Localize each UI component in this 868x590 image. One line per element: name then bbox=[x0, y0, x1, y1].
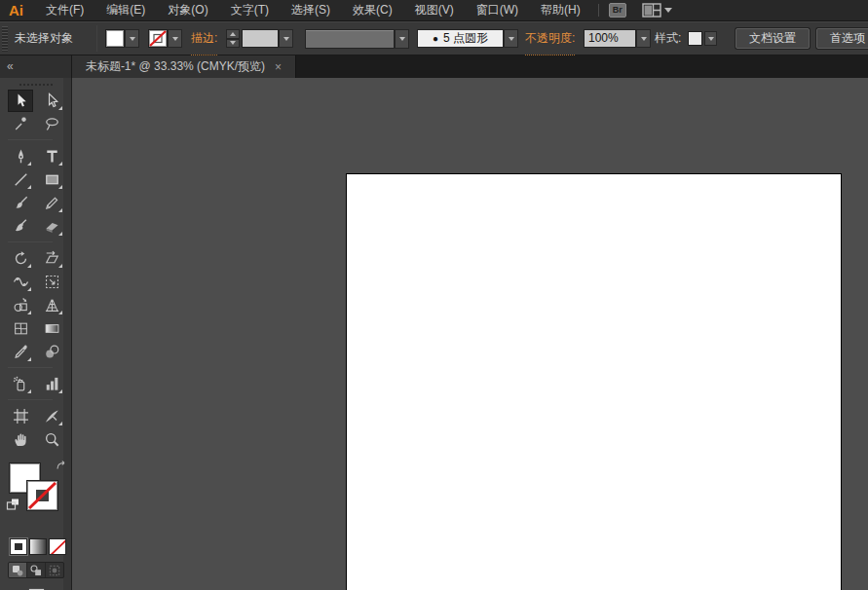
none-slash-icon bbox=[50, 539, 66, 555]
selection-tool[interactable] bbox=[8, 90, 33, 112]
column-graph-tool[interactable] bbox=[39, 373, 64, 395]
tool-divider bbox=[8, 367, 53, 368]
blend-tool[interactable] bbox=[39, 341, 64, 363]
lasso-tool[interactable] bbox=[39, 113, 64, 135]
panel-grip[interactable] bbox=[2, 26, 8, 52]
slice-tool[interactable] bbox=[39, 405, 64, 427]
free-transform-tool[interactable] bbox=[39, 271, 64, 293]
pen-icon bbox=[13, 148, 29, 165]
chevron-down-icon bbox=[641, 37, 647, 41]
opacity-input[interactable]: 100% bbox=[584, 29, 636, 48]
rectangle-tool[interactable] bbox=[39, 168, 64, 191]
menu-window[interactable]: 窗口(W) bbox=[470, 0, 525, 21]
stroke-panel-link[interactable]: 描边: bbox=[191, 22, 217, 55]
shape-builder-tool[interactable] bbox=[8, 294, 33, 316]
drawing-mode-row bbox=[8, 562, 64, 578]
stepper-up-icon[interactable] bbox=[226, 29, 240, 39]
chevron-down-icon bbox=[130, 37, 135, 41]
magic-wand-tool[interactable] bbox=[8, 113, 33, 135]
draw-inside-button[interactable] bbox=[46, 563, 63, 577]
document-tab[interactable]: 未标题-1* @ 33.33% (CMYK/预览) × bbox=[72, 55, 296, 78]
direct-selection-tool[interactable] bbox=[39, 90, 64, 112]
menu-select[interactable]: 选择(S) bbox=[284, 0, 337, 21]
tool-divider bbox=[8, 241, 53, 242]
canvas-area[interactable] bbox=[73, 78, 868, 590]
chevron-down-icon bbox=[509, 37, 514, 41]
swap-fill-stroke-icon[interactable] bbox=[55, 459, 68, 470]
shape-builder-icon bbox=[13, 297, 29, 313]
perspective-grid-tool[interactable] bbox=[39, 294, 64, 316]
stroke-weight-stepper[interactable] bbox=[226, 29, 240, 48]
brush-definition-field[interactable]: ● 5 点圆形 bbox=[417, 29, 504, 48]
scale-tool[interactable] bbox=[39, 247, 64, 270]
scale-icon bbox=[44, 250, 60, 267]
opacity-panel-link[interactable]: 不透明度: bbox=[525, 22, 575, 55]
workspace-switcher[interactable] bbox=[642, 3, 672, 18]
eraser-tool[interactable] bbox=[39, 215, 64, 238]
direct-selection-tool-icon bbox=[44, 92, 60, 109]
paintbrush-tool[interactable] bbox=[8, 192, 33, 214]
type-tool[interactable] bbox=[39, 145, 64, 167]
blob-brush-tool[interactable] bbox=[8, 215, 33, 238]
close-icon[interactable]: × bbox=[275, 61, 282, 73]
menu-bar: Ai 文件(F) 编辑(E) 对象(O) 文字(T) 选择(S) 效果(C) 视… bbox=[0, 0, 868, 21]
fill-color-swatch[interactable] bbox=[105, 29, 125, 48]
menu-view[interactable]: 视图(V) bbox=[408, 0, 461, 21]
color-button[interactable] bbox=[10, 538, 27, 555]
stroke-color-dropdown[interactable] bbox=[168, 29, 182, 48]
none-slash-icon bbox=[28, 482, 57, 509]
symbol-sprayer-tool[interactable] bbox=[8, 373, 33, 395]
menu-object[interactable]: 对象(O) bbox=[161, 0, 214, 21]
style-dropdown[interactable] bbox=[704, 31, 717, 46]
rotate-tool[interactable] bbox=[8, 247, 33, 270]
stroke-weight-dropdown[interactable] bbox=[279, 29, 293, 48]
rotate-icon bbox=[13, 250, 29, 267]
stepper-down-icon[interactable] bbox=[226, 39, 240, 49]
tools-panel bbox=[0, 78, 72, 590]
mesh-tool[interactable] bbox=[8, 317, 33, 340]
document-setup-button[interactable]: 文档设置 bbox=[736, 28, 810, 49]
perspective-grid-icon bbox=[44, 297, 60, 313]
divider bbox=[96, 25, 97, 52]
zoom-tool[interactable] bbox=[39, 428, 64, 451]
brush-definition-dropdown[interactable] bbox=[504, 29, 518, 48]
eraser-icon bbox=[44, 218, 60, 235]
stroke-proxy-swatch[interactable] bbox=[28, 482, 57, 509]
illustrator-window: Ai 文件(F) 编辑(E) 对象(O) 文字(T) 选择(S) 效果(C) 视… bbox=[0, 0, 868, 590]
menu-help[interactable]: 帮助(H) bbox=[534, 0, 587, 21]
menu-edit[interactable]: 编辑(E) bbox=[99, 0, 152, 21]
width-profile-preview[interactable] bbox=[305, 29, 395, 49]
draw-behind-button[interactable] bbox=[27, 563, 46, 577]
bridge-button[interactable]: Br bbox=[609, 3, 626, 18]
paintbrush-icon bbox=[13, 195, 29, 211]
hand-tool[interactable] bbox=[8, 428, 33, 451]
tab-bar: « 未标题-1* @ 33.33% (CMYK/预览) × bbox=[0, 55, 868, 78]
width-tool[interactable] bbox=[8, 271, 33, 293]
gradient-button[interactable] bbox=[29, 538, 47, 555]
default-fill-stroke-icon[interactable] bbox=[6, 498, 20, 511]
width-profile-dropdown[interactable] bbox=[395, 29, 409, 49]
stroke-weight-input[interactable] bbox=[242, 29, 279, 48]
artboard-tool[interactable] bbox=[8, 405, 33, 427]
stroke-color-swatch[interactable] bbox=[148, 29, 168, 48]
panel-drag-grip[interactable] bbox=[19, 84, 53, 86]
opacity-dropdown[interactable] bbox=[636, 29, 651, 48]
none-button[interactable] bbox=[49, 538, 66, 555]
eyedropper-tool[interactable] bbox=[8, 341, 33, 363]
preferences-button[interactable]: 首选项 bbox=[816, 28, 868, 49]
artboard[interactable] bbox=[346, 173, 842, 590]
color-fill-icon bbox=[15, 543, 22, 550]
fill-color-dropdown[interactable] bbox=[125, 29, 139, 48]
style-swatch[interactable] bbox=[688, 31, 702, 46]
menu-type[interactable]: 文字(T) bbox=[224, 0, 276, 21]
pencil-tool[interactable] bbox=[39, 192, 64, 214]
pen-tool[interactable] bbox=[8, 145, 33, 167]
rectangle-icon bbox=[44, 171, 60, 188]
width-tool-icon bbox=[13, 274, 29, 290]
line-segment-tool[interactable] bbox=[8, 168, 33, 191]
draw-normal-button[interactable] bbox=[9, 563, 27, 577]
gradient-tool[interactable] bbox=[39, 317, 64, 340]
menu-effect[interactable]: 效果(C) bbox=[346, 0, 399, 21]
collapse-panel-button[interactable]: « bbox=[0, 55, 72, 78]
menu-file[interactable]: 文件(F) bbox=[39, 0, 91, 21]
